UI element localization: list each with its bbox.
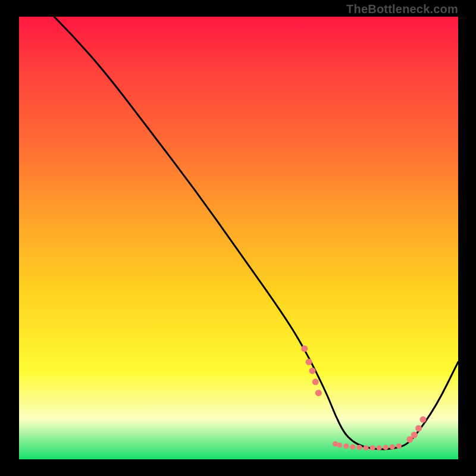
curve-marker bbox=[390, 444, 395, 450]
curve-marker bbox=[396, 443, 402, 449]
bottleneck-curve-svg bbox=[19, 17, 458, 459]
curve-marker bbox=[301, 346, 308, 352]
curve-marker bbox=[419, 416, 426, 423]
curve-markers bbox=[301, 346, 426, 451]
curve-marker bbox=[337, 443, 342, 448]
curve-marker bbox=[356, 444, 362, 450]
curve-marker bbox=[364, 445, 369, 450]
curve-marker bbox=[312, 378, 319, 385]
curve-marker bbox=[415, 425, 422, 431]
curve-marker bbox=[370, 445, 375, 450]
curve-marker bbox=[411, 432, 418, 439]
curve-marker bbox=[309, 368, 315, 374]
curve-marker bbox=[306, 359, 312, 365]
curve-marker bbox=[383, 444, 389, 450]
chart-frame: TheBottleneck.com bbox=[0, 0, 476, 476]
curve-marker bbox=[343, 443, 349, 449]
attribution-text: TheBottleneck.com bbox=[346, 2, 458, 16]
curve-marker bbox=[315, 390, 322, 396]
curve-marker bbox=[377, 445, 382, 450]
curve-marker bbox=[350, 444, 355, 450]
plot-area bbox=[19, 17, 458, 459]
bottleneck-curve bbox=[54, 17, 458, 449]
